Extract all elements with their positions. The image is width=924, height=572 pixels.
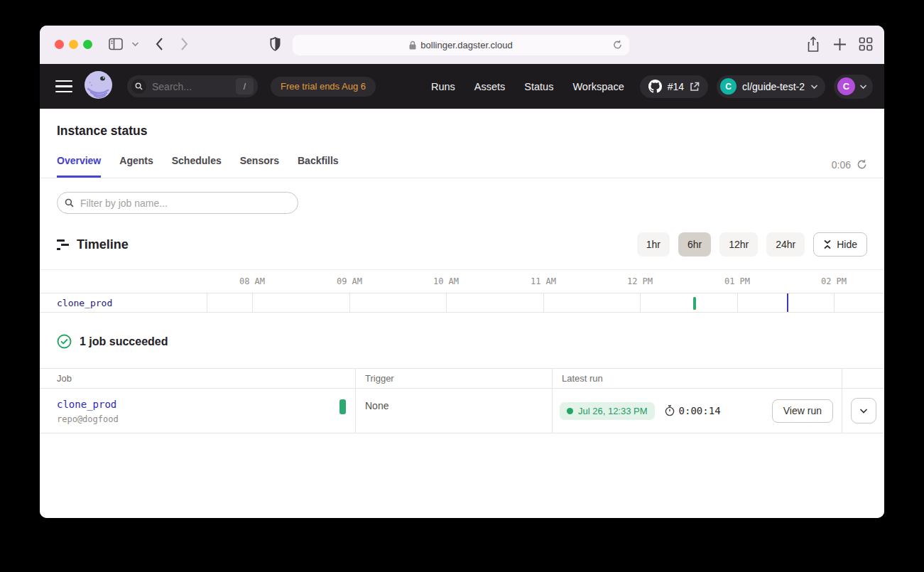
new-tab-icon[interactable] [833,38,847,51]
tab-bar: Overview Agents Schedules Sensors Backfi… [40,155,884,178]
tab-backfills[interactable]: Backfills [298,155,339,178]
user-menu[interactable]: C [834,75,873,99]
table-row: clone_prod repo@dogfood None Jul 26, 12:… [40,389,884,433]
collapse-icon [823,239,832,249]
tab-sensors[interactable]: Sensors [240,155,279,178]
github-icon [648,80,662,93]
job-repo-label: repo@dogfood [57,414,355,424]
duration-label: 0:00:14 [679,405,721,416]
latest-run-cell: Jul 26, 12:33 PM 0:00:14 View run [552,389,842,433]
axis-tick: 10 AM [433,276,459,286]
range-24hr-button[interactable]: 24hr [766,232,805,257]
nav-assets[interactable]: Assets [474,81,506,92]
row-expand-button[interactable] [851,398,876,423]
search-icon [65,198,74,210]
timeline-job-label[interactable]: clone_prod [57,298,112,308]
address-bar[interactable]: bollinger.dagster.cloud [293,35,629,55]
col-header-trigger: Trigger [355,369,552,389]
jobs-table-header: Job Trigger Latest run [40,369,884,389]
axis-tick: 08 AM [239,276,265,286]
check-circle-icon [57,334,72,349]
app-header: / Free trial ends Aug 6 Runs Assets Stat… [40,64,884,109]
zoom-window-button[interactable] [83,40,92,49]
job-cell: clone_prod repo@dogfood [40,389,355,433]
page-content: Instance status Overview Agents Schedule… [40,109,884,518]
timeline-controls: 1hr 6hr 12hr 24hr Hide [637,232,867,257]
axis-tick: 09 AM [337,276,362,286]
col-header-latest-run: Latest run [552,369,842,389]
run-status-bar[interactable] [339,399,346,414]
col-header-actions [842,369,884,389]
deployment-avatar: C [720,78,737,95]
axis-tick: 11 AM [531,276,556,286]
nav-status[interactable]: Status [524,81,553,92]
current-time-marker [787,293,788,312]
chevron-down-icon [810,84,818,90]
timeline-axis: 08 AM 09 AM 10 AM 11 AM 12 PM 01 PM 02 P… [40,270,884,293]
nav-runs[interactable]: Runs [431,81,455,92]
chevron-down-icon [859,84,867,90]
menu-icon[interactable] [55,80,72,93]
timeline-row-clone-prod[interactable]: clone_prod [40,293,884,313]
timeline-title: Timeline [77,237,129,252]
back-button-icon[interactable] [155,37,163,51]
succeeded-run-marker[interactable] [693,297,696,310]
job-filter [57,192,298,214]
app-nav: Runs Assets Status Workspace [431,81,624,92]
global-search[interactable]: / [127,75,258,97]
tab-schedules[interactable]: Schedules [172,155,222,178]
run-time-badge[interactable]: Jul 26, 12:33 PM [560,402,655,420]
sidebar-chevron-icon[interactable] [131,41,139,47]
search-shortcut-key: / [236,78,254,95]
github-version-label: #14 [668,81,684,92]
browser-toolbar: bollinger.dagster.cloud [40,26,884,64]
timeline-header: Timeline 1hr 6hr 12hr 24hr Hide [57,232,867,257]
run-duration: 0:00:14 [665,405,721,416]
axis-tick: 12 PM [627,276,653,286]
tab-overview[interactable]: Overview [57,155,101,178]
search-icon [131,79,146,94]
range-1hr-button[interactable]: 1hr [637,232,670,257]
dagster-logo[interactable] [84,70,113,102]
forward-button-icon[interactable] [180,37,189,51]
privacy-shield-icon[interactable] [269,36,281,52]
url-text: bollinger.dagster.cloud [420,40,512,50]
tab-agents[interactable]: Agents [119,155,153,178]
hide-timeline-button[interactable]: Hide [813,232,867,257]
nav-workspace[interactable]: Workspace [572,81,624,92]
axis-tick: 01 PM [724,276,750,286]
col-header-job: Job [40,369,355,389]
range-12hr-button[interactable]: 12hr [719,232,758,257]
job-link[interactable]: clone_prod [57,399,355,410]
lock-icon [409,41,416,50]
close-window-button[interactable] [55,40,64,49]
summary-text: 1 job succeeded [80,335,168,348]
hide-button-label: Hide [837,239,857,250]
traffic-lights [55,40,92,49]
deployment-switcher[interactable]: C cl/guide-test-2 [717,75,825,98]
external-link-icon [690,82,700,92]
page-title: Instance status [40,109,884,139]
refresh-icon[interactable] [857,158,867,171]
stopwatch-icon [665,405,675,416]
range-6hr-button[interactable]: 6hr [678,232,711,257]
github-version-link[interactable]: #14 [640,75,708,98]
search-input[interactable] [152,81,223,92]
trigger-cell: None [355,389,552,433]
minimize-window-button[interactable] [69,40,78,49]
axis-tick: 02 PM [821,276,847,286]
refresh-countdown: 0:06 [832,159,851,171]
reload-icon[interactable] [612,38,623,53]
success-dot-icon [567,408,573,414]
jobs-summary: 1 job succeeded [40,313,884,369]
sidebar-toggle-icon[interactable] [109,38,123,50]
view-run-button[interactable]: View run [772,399,833,423]
trial-badge[interactable]: Free trial ends Aug 6 [271,77,376,97]
browser-window: bollinger.dagster.cloud [40,26,884,518]
share-icon[interactable] [807,36,820,53]
job-filter-input[interactable] [57,192,298,214]
jobs-table: Job Trigger Latest run clone_prod repo@d… [40,369,884,433]
actions-cell [842,389,884,433]
tab-overview-icon[interactable] [859,37,873,51]
timeline-icon [57,239,69,251]
